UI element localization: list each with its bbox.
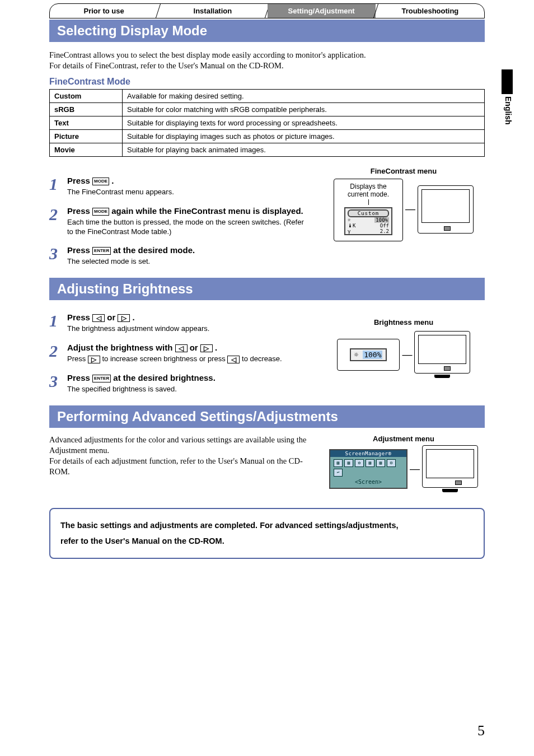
mode-desc: Suitable for playing back animated image… [123,143,485,156]
nav-tabs: Prior to use Installation Setting/Adjust… [49,3,485,18]
text: Press [67,206,92,216]
step-3: 3 Press ENTER at the desired mode. The s… [49,245,311,267]
step-title: Press MODE . [67,176,311,185]
monitor-arrow-button-icon [444,366,451,371]
mode-name: Custom [50,89,123,102]
enter-button-icon: ENTER [92,375,111,382]
step-1: 1 Press MODE . The FineContrast menu app… [49,176,311,197]
side-tab [502,69,513,94]
section-title-advanced: Performing Advanced Settings/Adjustments [49,405,485,428]
tab-troubleshooting[interactable]: Troubleshooting [376,4,484,18]
step-3: 3 Press ENTER at the desired brightness.… [49,373,311,394]
mode-name: sRGB [50,102,123,116]
finecontrast-mode-table: CustomAvailable for making desired setti… [49,89,485,157]
brightness-icon: ☼ [354,351,359,359]
brightness-icon: ☼ [348,217,350,223]
brightness-diagram: Brightness menu ☼ 100% — [322,304,485,378]
step-number: 1 [49,312,62,329]
right-button-icon: ▷ [88,356,100,363]
monitor-enter-button-icon [455,480,462,485]
right-button-icon: ▷ [118,314,130,322]
text: . [130,312,134,322]
intro-line-1: FineContrast allows you to select the be… [49,50,366,59]
section-title-display-mode: Selecting Display Mode [49,20,485,42]
mode-button-icon: MODE [92,208,109,216]
step-sub: The FineContrast menu appears. [67,188,311,197]
text: to decrease. [240,354,282,363]
step-2: 2 Press MODE again while the FineContras… [49,206,311,237]
finecontrast-osd: Custom ☼100% 🌡KOff γ2.2 [344,207,392,235]
osd-callout-box: Displays the current mode. Custom ☼100% … [334,179,403,241]
text: Adjust the brightness with [67,343,175,352]
advanced-text: Advanced adjustments for the color and v… [49,435,311,477]
mode-desc: Suitable for displaying texts for word p… [123,116,485,129]
monitor-icon [418,185,474,234]
left-button-icon: ◁ [175,344,188,352]
step-sub: The selected mode is set. [67,257,311,267]
step-number: 3 [49,373,62,390]
mode-name: Movie [50,143,123,156]
osd-selected-label: <Screen> [330,478,406,488]
left-button-icon: ◁ [92,314,105,322]
step-number: 3 [49,245,62,262]
step-sub: Press ▷ to increase screen brightness or… [67,354,311,364]
text: Press [67,176,92,185]
text: For details of each adjustment function,… [49,456,303,476]
text: or [188,343,200,352]
text: . [213,343,217,352]
step-number: 2 [49,343,62,360]
table-row: sRGBSuitable for color matching with sRG… [50,102,485,116]
section-title-brightness: Adjusting Brightness [49,278,485,300]
osd-menu-icon: ▦ [376,459,385,467]
monitor-stand-icon [442,489,458,492]
step-title: Press ENTER at the desired brightness. [67,373,311,382]
step-sub: The specified brightness is saved. [67,385,311,394]
step-title: Adjust the brightness with ◁ or ▷ . [67,343,311,352]
step-title: Press MODE again while the FineContrast … [67,206,311,216]
table-row: TextSuitable for displaying texts for wo… [50,116,485,129]
osd-title: ScreenManager® [330,450,406,457]
diagram-title: Brightness menu [322,318,485,326]
side-language-label: English [504,96,513,125]
text: . [109,176,114,185]
monitor-stand-icon [434,375,450,378]
finecontrast-diagram: FineContrast menu Displays the current m… [322,167,485,241]
summary-callout: The basic settings and adjustments are c… [49,508,485,559]
callout-line: The basic settings and adjustments are c… [60,518,474,534]
intro-line-2: For details of FineContrast, refer to th… [49,61,284,70]
osd-menu-icon: ✿ [355,459,364,467]
step-1: 1 Press ◁ or ▷ . The brightness adjustme… [49,312,311,334]
right-button-icon: ▷ [200,344,213,352]
step-sub: The brightness adjustment window appears… [67,324,311,334]
mode-button-icon: MODE [92,178,109,185]
osd-value: Off [380,223,389,228]
finecontrast-mode-heading: FineContrast Mode [49,77,485,87]
caption: current mode. [344,190,392,198]
step-title: Press ◁ or ▷ . [67,312,311,322]
tab-installation[interactable]: Installation [158,4,266,18]
left-button-icon: ◁ [227,356,240,363]
enter-button-icon: ENTER [92,247,111,255]
adjustment-osd: ScreenManager® ▦▦✿▦▦⚙↩ <Screen> [329,449,407,489]
step-sub: Each time the button is pressed, the mod… [67,218,311,237]
tab-setting-adjustment[interactable]: Setting/Adjustment [268,4,376,18]
text: Press [67,312,92,322]
osd-menu-icon: ▦ [344,459,353,467]
osd-callout-box: ☼ 100% [337,339,400,371]
connector-line: — [405,203,415,215]
monitor-icon [422,445,478,488]
text: at the desired brightness. [111,373,216,382]
mode-desc: Suitable for displaying images such as p… [123,129,485,143]
osd-menu-icon: ⚙ [387,459,396,467]
caption: Displays the [344,183,392,190]
mode-desc: Available for making desired setting. [123,89,485,102]
mode-desc: Suitable for color matching with sRGB co… [123,102,485,116]
osd-icons: ▦▦✿▦▦⚙↩ [330,457,406,478]
osd-menu-icon: ▦ [334,459,343,467]
tab-prior-to-use[interactable]: Prior to use [50,4,158,18]
monitor-mode-button-icon [444,226,451,231]
page: Prior to use Installation Setting/Adjust… [0,3,534,559]
table-row: MovieSuitable for playing back animated … [50,143,485,156]
step-number: 1 [49,176,62,193]
text: again while the FineContrast menu is dis… [109,206,303,216]
